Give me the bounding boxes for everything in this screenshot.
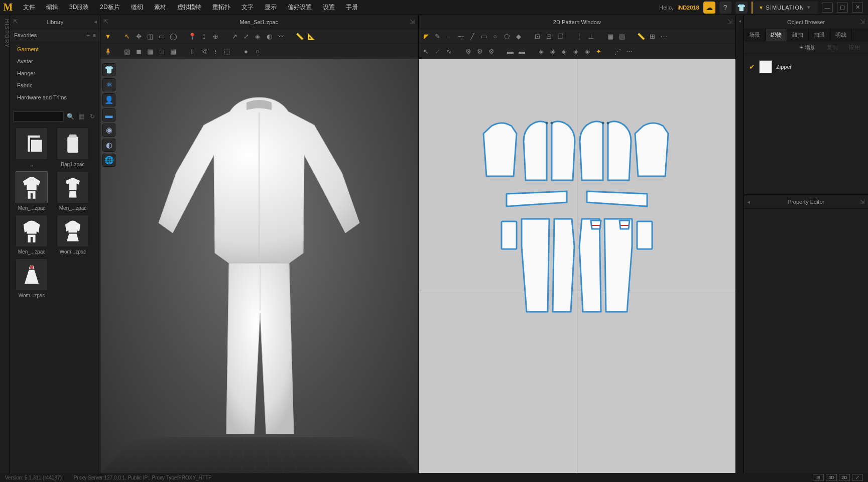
fabric1-icon[interactable]: ◈: [536, 46, 547, 57]
arrange2-icon[interactable]: ⫷: [198, 46, 209, 57]
sew-machine2-icon[interactable]: ⚙: [474, 46, 485, 57]
window-minimize-icon[interactable]: —: [822, 3, 833, 13]
lib-thumb-men-set1[interactable]: Men_...zpac: [13, 171, 50, 211]
simulation-mode-button[interactable]: ▾SIMULATION▾: [752, 2, 818, 14]
pattern-edit-icon[interactable]: ✎: [432, 31, 443, 42]
iron2-icon[interactable]: ▬: [517, 46, 528, 57]
vp2d-expand-icon[interactable]: ⇲: [727, 18, 732, 25]
pattern-rect-icon[interactable]: ▭: [478, 31, 489, 42]
view-3d-button[interactable]: 3D: [826, 474, 837, 481]
object-browser-undock-icon[interactable]: ⇲: [860, 18, 865, 25]
fabric-highlight-icon[interactable]: ✦: [593, 46, 604, 57]
buttonhole-tool-icon[interactable]: ○: [252, 46, 263, 57]
property-editor-undock-icon[interactable]: ⇲: [860, 198, 865, 205]
tool-simulate-icon[interactable]: ▼: [102, 31, 113, 42]
property-editor-collapse-icon[interactable]: ◂: [747, 198, 750, 205]
library-view-icon[interactable]: ▦: [77, 112, 86, 121]
favorites-header[interactable]: Favorites +≡: [10, 29, 100, 41]
user-name[interactable]: iND2018: [677, 5, 699, 11]
ob-tab-topstitch[interactable]: 明线: [830, 29, 852, 41]
texture-mesh-icon[interactable]: ▦: [145, 46, 156, 57]
check-icon[interactable]: ✔: [749, 63, 755, 71]
tool-shape-icon[interactable]: ◈: [252, 31, 263, 42]
lib-thumb-men-set2[interactable]: Men_...zpac: [54, 171, 91, 211]
topstitch-more-icon[interactable]: ⋯: [624, 46, 635, 57]
lib-cat-fabric[interactable]: Fabric: [10, 79, 100, 91]
menu-file[interactable]: 文件: [18, 0, 40, 15]
sew-segment-icon[interactable]: ⟋: [432, 46, 443, 57]
menu-manual[interactable]: 手册: [341, 0, 363, 15]
menu-edit[interactable]: 编辑: [41, 0, 63, 15]
tool-lasso-icon[interactable]: ◯: [168, 31, 179, 42]
view-avatar-icon[interactable]: 👤: [102, 93, 115, 106]
tool-pin-icon[interactable]: 📍: [187, 31, 198, 42]
ob-tab-scene[interactable]: 场景: [744, 29, 766, 41]
view-world-icon[interactable]: 🌐: [102, 154, 115, 167]
fabric5-icon[interactable]: ◈: [582, 46, 593, 57]
texture-surface-icon[interactable]: ▧: [121, 46, 133, 57]
pattern-more-icon[interactable]: ⋯: [659, 31, 670, 42]
menu-2d-pattern[interactable]: 2D板片: [95, 0, 125, 15]
texture-thick-icon[interactable]: ◼: [133, 46, 144, 57]
arrange-icon[interactable]: ⫴: [187, 46, 198, 57]
pattern-poly-icon[interactable]: ⬠: [502, 31, 513, 42]
pattern-ruler-icon[interactable]: 📏: [636, 31, 647, 42]
help-icon[interactable]: ?: [719, 2, 731, 14]
view-2d-button[interactable]: 2D: [839, 474, 850, 481]
library-collapse-icon[interactable]: ◂: [94, 18, 97, 25]
cloud-sync-icon[interactable]: ☁: [703, 2, 715, 14]
view-camera-icon[interactable]: ◉: [102, 124, 115, 137]
favorites-add-icon[interactable]: +: [86, 32, 89, 38]
pattern-grid-icon[interactable]: ▦: [605, 31, 616, 42]
topstitch-icon[interactable]: ⋰: [612, 46, 624, 57]
viewport-2d-canvas[interactable]: [419, 59, 736, 473]
view-expand-button[interactable]: ⤢: [852, 474, 863, 481]
sew-machine1-icon[interactable]: ⚙: [463, 46, 474, 57]
tool-box-select-icon[interactable]: ▭: [156, 31, 167, 42]
pattern-internal-icon[interactable]: ⊡: [532, 31, 543, 42]
sew-machine3-icon[interactable]: ⚙: [486, 46, 497, 57]
lib-cat-hardware[interactable]: Hardware and Trims: [10, 91, 100, 103]
view-garment-icon[interactable]: 👕: [102, 63, 115, 76]
tool-arrow2-icon[interactable]: ⤢: [240, 31, 252, 42]
lib-thumb-women-2[interactable]: Wom...zpac: [13, 259, 50, 298]
ob-copy-button[interactable]: 复制: [823, 43, 842, 52]
pattern-trace-icon[interactable]: ⊟: [544, 31, 555, 42]
view-light-icon[interactable]: ◐: [102, 139, 115, 152]
tool-select-icon[interactable]: ↖: [121, 31, 133, 42]
iron1-icon[interactable]: ▬: [505, 46, 516, 57]
ob-add-button[interactable]: + 增加: [796, 43, 820, 52]
menu-text[interactable]: 文字: [236, 0, 259, 15]
lib-cat-avatar[interactable]: Avatar: [10, 55, 100, 67]
lib-cat-garment[interactable]: Garment: [10, 43, 100, 55]
texture-trans-icon[interactable]: ◻: [156, 46, 167, 57]
pattern-point-icon[interactable]: ·: [444, 31, 455, 42]
pattern-notch-icon[interactable]: ⊥: [586, 31, 597, 42]
tool-crease-icon[interactable]: 〰: [275, 31, 286, 42]
menu-3d-garment[interactable]: 3D服装: [64, 0, 94, 15]
pattern-grid3-icon[interactable]: ⊞: [647, 31, 658, 42]
tool-attach-icon[interactable]: ⊕: [210, 31, 221, 42]
library-search-input[interactable]: [13, 111, 64, 122]
ob-item-zipper[interactable]: ✔ Zipper: [748, 58, 864, 75]
tool-tack-icon[interactable]: ⟟: [198, 31, 209, 42]
menu-materials[interactable]: 素材: [149, 0, 171, 15]
arrange3-icon[interactable]: ⫶: [210, 46, 221, 57]
tool-fold-icon[interactable]: ◐: [264, 31, 275, 42]
fabric3-icon[interactable]: ◈: [559, 46, 570, 57]
pattern-curve-icon[interactable]: ⁓: [455, 31, 466, 42]
history-tab[interactable]: HISTORY: [4, 19, 10, 473]
window-close-icon[interactable]: ✕: [852, 3, 863, 13]
menu-avatar[interactable]: 虚拟模特: [172, 0, 206, 15]
sew-select-icon[interactable]: ↖: [421, 46, 432, 57]
lib-thumb-men-set3[interactable]: Men_...zpac: [13, 215, 50, 255]
pattern-circle-icon[interactable]: ○: [490, 31, 501, 42]
sew-free-icon[interactable]: ∿: [444, 46, 455, 57]
texture-strain-icon[interactable]: ▤: [168, 46, 179, 57]
menu-settings[interactable]: 设置: [318, 0, 340, 15]
pattern-line-icon[interactable]: ╱: [467, 31, 478, 42]
view-render-icon[interactable]: ▬: [102, 108, 115, 122]
view-layout-button[interactable]: ⊞: [813, 474, 824, 481]
pattern-select-icon[interactable]: ◤: [421, 31, 432, 42]
library-refresh-icon[interactable]: ↻: [88, 112, 97, 121]
